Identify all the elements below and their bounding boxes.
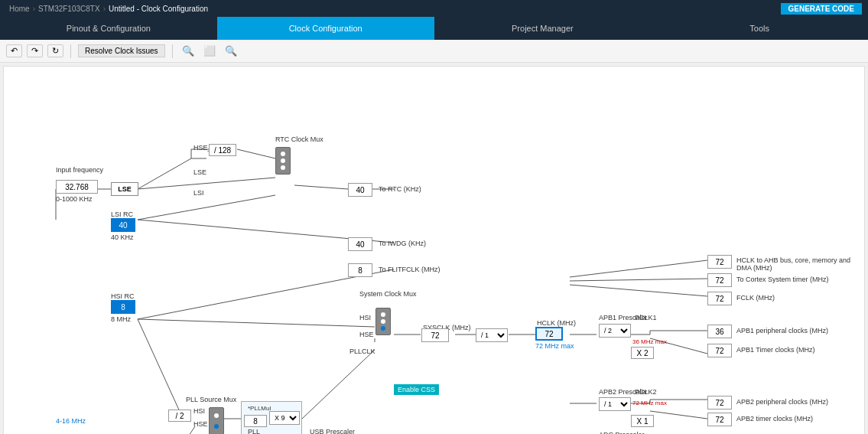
ahb-prescaler-select[interactable]: / 1/ 2/ 4/ 8 <box>476 328 508 342</box>
lse-line-label: LSE <box>193 168 206 176</box>
lsi-khz: 40 KHz <box>111 233 134 241</box>
hclk-ahb-label: HCLK to AHB bus, core, memory and DMA (M… <box>736 256 864 272</box>
zoom-in-icon[interactable]: 🔍 <box>223 45 239 57</box>
sys-mux-dot1 <box>381 312 385 317</box>
lsi-line-label: LSI <box>193 189 204 197</box>
hclk-max: 72 MHz max <box>535 342 574 350</box>
input-freq-top-label: Input frequency <box>56 166 103 174</box>
lsi-value: 40 <box>111 218 135 232</box>
pll-input-value[interactable]: 8 <box>244 415 267 427</box>
to-iwdg-label: To IWDG (KHz) <box>379 240 426 247</box>
pll-label: PLL <box>248 428 303 434</box>
apb2-periph-label: APB2 peripheral clocks (MHz) <box>736 398 828 406</box>
pll-hsi-div2: / 2 <box>168 410 191 422</box>
resolve-clock-issues-button[interactable]: Resolve Clock Issues <box>78 44 165 57</box>
svg-line-35 <box>180 426 195 434</box>
to-iwdg-value[interactable]: 40 <box>348 237 372 251</box>
input-freq-top-range: 0-1000 KHz <box>56 195 93 203</box>
pll-hsi-label: HSI <box>193 407 205 415</box>
apb1-periph-label: APB1 peripheral clocks (MHz) <box>736 327 828 334</box>
svg-line-13 <box>138 319 375 327</box>
fclk-value[interactable]: 72 <box>707 292 732 305</box>
rtc-mux[interactable] <box>275 147 291 175</box>
hclk-value[interactable]: 72 <box>535 327 563 341</box>
enable-css-button[interactable]: Enable CSS <box>394 384 439 395</box>
apb1-timer-label: APB1 Timer clocks (MHz) <box>736 346 815 354</box>
pll-mux-dot2 <box>214 424 219 429</box>
top-bar: Home › STM32F103C8TX › Untitled - Clock … <box>0 0 868 17</box>
pll-box: *PLLMul 8 X 9X 2X 3X 4X 5X 6X 7X 8 PLL <box>241 401 302 434</box>
pclk2-max: 72 MHz max <box>632 400 667 406</box>
apb1-prescaler-select[interactable]: / 2/ 1/ 4/ 8/ 16 <box>599 324 631 338</box>
pclk1-label: PCLK1 <box>635 314 657 321</box>
tab-project[interactable]: Project Manager <box>434 17 652 40</box>
lsi-rc-label: LSI RC <box>111 210 133 218</box>
x2-multiplier: X 2 <box>631 347 654 359</box>
hsi-mux-label: HSI <box>359 314 371 321</box>
svg-line-8 <box>138 195 275 220</box>
refresh-button[interactable]: ↻ <box>47 44 63 57</box>
zoom-fit-icon[interactable]: ⬜ <box>201 45 218 57</box>
redo-button[interactable]: ↷ <box>27 44 43 57</box>
hsi-rc-label: HSI RC <box>111 292 135 300</box>
lse-block: LSE <box>111 182 138 196</box>
sys-mux-dot2 <box>381 319 385 324</box>
breadcrumb-title: Untitled - Clock Configuration <box>106 5 211 13</box>
hse-mux-label: HSE <box>359 331 374 338</box>
rtc-mux-label: RTC Clock Mux <box>275 135 323 143</box>
nav-tabs: Pinout & Configuration Clock Configurati… <box>0 17 868 40</box>
rtc-mux-dot3 <box>281 165 285 170</box>
main-content: Input frequency 32.768 0-1000 KHz LSE LS… <box>3 66 865 434</box>
svg-line-9 <box>294 185 348 189</box>
apb2-prescaler-select[interactable]: / 1/ 2/ 4/ 8/ 16 <box>599 397 631 411</box>
usb-prescaler-label: USB Prescaler <box>310 428 355 434</box>
x1-multiplier: X 1 <box>631 415 654 427</box>
sys-mux[interactable] <box>375 308 391 335</box>
input-freq-bottom-range: 4-16 MHz <box>56 417 86 425</box>
svg-line-20 <box>570 285 707 296</box>
fclk-label: FCLK (MHz) <box>736 294 775 302</box>
pllclk-mux-label: PLLCLK <box>349 348 375 355</box>
apb2-timer-label: APB2 timer clocks (MHz) <box>736 415 813 423</box>
pll-mux[interactable] <box>209 407 224 434</box>
to-flitfclk-label: To FLITFCLK (MHz) <box>379 266 441 273</box>
input-freq-top-input[interactable]: 32.768 <box>56 180 98 194</box>
apb2-timer-value[interactable]: 72 <box>707 413 732 426</box>
breadcrumb-device[interactable]: STM32F103C8TX <box>35 5 103 13</box>
tab-pinout[interactable]: Pinout & Configuration <box>0 17 217 40</box>
pclk2-label: PCLK2 <box>635 388 657 396</box>
cortex-timer-label: To Cortex System timer (MHz) <box>736 276 829 283</box>
div128-prescaler: / 128 <box>209 144 236 156</box>
pll-mul-select[interactable]: X 9X 2X 3X 4X 5X 6X 7X 8 <box>269 411 300 425</box>
to-flitfclk-value[interactable]: 8 <box>348 263 372 277</box>
breadcrumb-home[interactable]: Home <box>6 5 33 13</box>
separator2 <box>172 44 173 58</box>
pll-mux-dot1 <box>214 413 219 418</box>
rtc-mux-dot2 <box>281 158 285 163</box>
svg-line-30 <box>650 411 707 419</box>
apb2-periph-value[interactable]: 72 <box>707 396 732 410</box>
svg-line-19 <box>570 279 707 281</box>
sysclk-value[interactable]: 72 <box>421 328 449 342</box>
svg-line-7 <box>138 178 275 189</box>
sysclk-mux-label: System Clock Mux <box>359 290 417 298</box>
rtc-mux-dot1 <box>281 152 285 156</box>
tab-clock[interactable]: Clock Configuration <box>217 17 434 40</box>
sys-mux-dot3 <box>381 326 385 331</box>
apb1-periph-value[interactable]: 36 <box>707 325 732 338</box>
adc-prescaler-label: ADC Prescaler <box>599 431 645 434</box>
svg-line-2 <box>138 158 191 189</box>
cortex-timer-value[interactable]: 72 <box>707 273 732 287</box>
generate-code-button[interactable]: GENERATE CODE <box>781 3 863 15</box>
to-rtc-value[interactable]: 40 <box>348 183 372 197</box>
zoom-out-icon[interactable]: 🔍 <box>180 45 197 57</box>
apb1-timer-value[interactable]: 72 <box>707 344 732 357</box>
undo-button[interactable]: ↶ <box>6 44 22 57</box>
hclk-ahb-value[interactable]: 72 <box>707 255 732 269</box>
pll-source-label: PLL Source Mux <box>186 396 236 403</box>
hsi-mhz: 8 MHz <box>111 315 131 323</box>
pll-hse-label: HSE <box>193 420 208 428</box>
hsi-value: 8 <box>111 300 135 314</box>
svg-line-32 <box>138 319 181 415</box>
tab-tools[interactable]: Tools <box>651 17 868 40</box>
